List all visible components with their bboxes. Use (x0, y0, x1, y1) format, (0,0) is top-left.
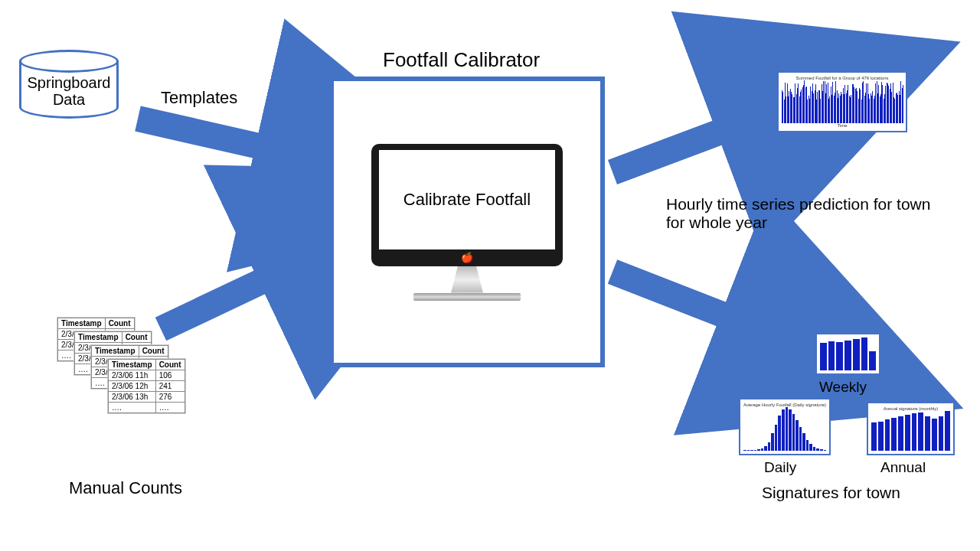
hourly-chart-xlabel: Time (837, 123, 847, 128)
svg-line-4 (612, 272, 769, 333)
database-icon: Springboard Data (19, 50, 119, 126)
annual-signature-chart: Annual signature (monthly) (867, 402, 955, 455)
diagram-title: Footfall Calibrator (383, 48, 540, 72)
monitor-icon: Calibrate Footfall 🍎 (371, 144, 563, 301)
daily-label: Daily (764, 459, 796, 476)
weekly-signature-chart (815, 333, 880, 375)
daily-signature-chart: Average Hourly Footfall (Daily signature… (739, 398, 831, 455)
svg-line-1 (138, 119, 306, 157)
arrow-signatures-output (605, 260, 804, 352)
apple-logo-icon: 🍎 (461, 252, 473, 263)
manual-counts-label: Manual Counts (69, 478, 182, 498)
hourly-caption: Hourly time series prediction for town f… (666, 195, 934, 232)
arrow-hourly-output (605, 99, 804, 184)
arrow-templates (130, 107, 337, 176)
weekly-label: Weekly (819, 379, 867, 396)
monitor-text: Calibrate Footfall (403, 190, 531, 210)
signatures-caption: Signatures for town (762, 484, 900, 502)
database-label: Springboard Data (19, 74, 119, 108)
monitor-screen: Calibrate Footfall 🍎 (371, 144, 563, 266)
annual-label: Annual (880, 459, 926, 476)
calibrator-box: Calibrate Footfall 🍎 (329, 77, 605, 367)
svg-line-3 (612, 115, 766, 172)
manual-count-tables: TimestampCount2/3/2/3/…. TimestampCount2… (57, 318, 211, 448)
front-table: TimestampCount 2/3/06 11h106 2/3/06 12h2… (108, 359, 185, 413)
hourly-timeseries-chart: Summed Footfall for a Group of 479 locat… (777, 71, 907, 132)
templates-label: Templates (161, 88, 237, 108)
